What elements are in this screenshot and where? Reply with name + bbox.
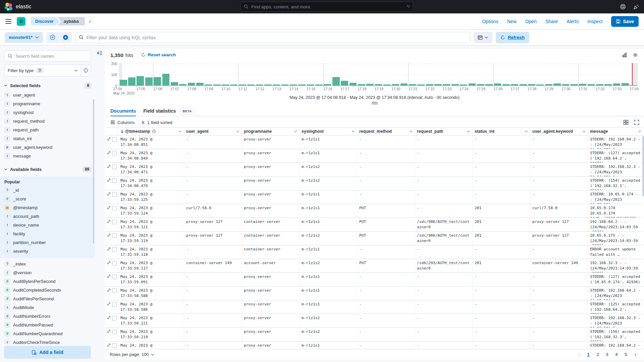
field-item-AuditNumberPassed[interactable]: #AuditNumberPassed — [0, 320, 95, 329]
elastic-brand[interactable]: elastic — [0, 3, 87, 11]
expand-row-icon[interactable] — [107, 165, 111, 168]
row-checkbox[interactable] — [112, 206, 117, 210]
breadcrumb-saved-search[interactable]: aybaba — [58, 17, 85, 25]
column-header-programname[interactable]: programname — [242, 128, 300, 135]
field-item-_score[interactable]: #_score — [0, 194, 95, 203]
histogram-bar[interactable] — [145, 77, 153, 85]
field-item-severity[interactable]: tseverity — [0, 247, 95, 255]
expand-row-icon[interactable] — [107, 151, 111, 155]
menu-link-inspect[interactable]: Inspect — [587, 19, 602, 24]
space-badge[interactable]: D — [17, 17, 25, 26]
chevron-down-icon[interactable] — [525, 130, 528, 132]
chevron-down-icon[interactable] — [467, 130, 470, 132]
field-item-_id[interactable]: ?_id — [0, 186, 95, 194]
expand-row-icon[interactable] — [107, 288, 111, 292]
expand-row-icon[interactable] — [107, 247, 111, 251]
tab-documents[interactable]: Documents — [110, 106, 136, 116]
next-page-button[interactable]: › — [631, 351, 639, 359]
field-item-_index[interactable]: ?_index — [0, 259, 95, 268]
column-header-message[interactable]: message — [588, 128, 643, 135]
page-button-2[interactable]: 2 — [594, 351, 602, 359]
column-header-user_agent[interactable]: user_agent — [184, 128, 242, 135]
histogram-bar[interactable] — [120, 80, 127, 85]
column-header-request_method[interactable]: request_method — [357, 128, 415, 135]
histogram-bar[interactable] — [622, 83, 629, 85]
available-fields-header[interactable]: Available fields 89 — [0, 163, 95, 174]
kql-query-input[interactable]: Filter your data using KQL syntax — [75, 32, 470, 43]
resize-handle[interactable] — [372, 102, 378, 104]
chevron-down-icon[interactable] — [178, 130, 182, 132]
histogram-bar[interactable] — [162, 74, 170, 85]
column-header-@timestamp[interactable]: @timestamp — [118, 128, 184, 135]
field-item-status_int[interactable]: tstatus_int — [0, 134, 95, 143]
field-item-sysloghost[interactable]: tsysloghost — [0, 108, 95, 117]
histogram-bar[interactable] — [154, 77, 161, 85]
page-button-5[interactable]: 5 — [622, 351, 630, 359]
histogram-bar[interactable] — [350, 83, 357, 85]
page-button-1[interactable]: 1 — [584, 351, 592, 359]
tab-field-statistics[interactable]: Field statistics — [143, 106, 176, 116]
reset-search-link[interactable]: Reset search — [141, 52, 176, 57]
field-item-@timestamp[interactable]: ▦@timestamp — [0, 203, 95, 212]
refresh-button[interactable]: Refresh — [496, 32, 529, 43]
breadcrumb-discover[interactable]: Discover — [31, 17, 60, 25]
help-icon[interactable] — [620, 4, 626, 10]
histogram-bar[interactable] — [196, 83, 204, 85]
expand-row-icon[interactable] — [107, 233, 111, 237]
expand-row-icon[interactable] — [107, 137, 111, 141]
field-item-user_agent[interactable]: tuser_agent — [0, 90, 95, 99]
add-filter-icon[interactable] — [59, 32, 72, 43]
histogram-bar[interactable] — [137, 76, 144, 85]
field-item-AuditNumberErrors[interactable]: #AuditNumberErrors — [0, 312, 95, 320]
field-item-AuditBytesPerSecond[interactable]: #AuditBytesPerSecond — [0, 277, 95, 286]
row-checkbox[interactable] — [112, 220, 117, 224]
data-view-picker[interactable]: monster01* — [5, 32, 43, 43]
row-checkbox[interactable] — [112, 316, 117, 320]
expand-row-icon[interactable] — [107, 316, 111, 319]
row-checkbox[interactable] — [112, 302, 117, 307]
table-scrollbar[interactable] — [642, 136, 644, 196]
menu-link-open[interactable]: Open — [525, 19, 537, 24]
field-item-partition_number[interactable]: tpartition_number — [0, 238, 95, 247]
histogram-bar[interactable] — [128, 77, 136, 85]
field-types-info-icon[interactable] — [80, 65, 91, 76]
page-button-3[interactable]: 3 — [603, 351, 611, 359]
column-header-user_agent.keyword[interactable]: user_agent.keyword — [530, 128, 588, 135]
page-button-4[interactable]: 4 — [612, 351, 621, 359]
gear-icon[interactable] — [633, 52, 638, 58]
chevron-down-icon[interactable] — [638, 130, 641, 132]
field-item-user_agent.keyword[interactable]: kuser_agent.keyword — [0, 143, 95, 152]
chart-options-icon[interactable] — [622, 52, 627, 58]
collapse-sidebar-icon[interactable] — [97, 50, 102, 56]
global-search-input[interactable]: Find apps, content, and more. ^/ — [240, 2, 413, 12]
filter-by-type-select[interactable]: Filter by type 0 — [4, 64, 91, 76]
menu-link-share[interactable]: Share — [545, 19, 558, 24]
expand-row-icon[interactable] — [107, 261, 111, 264]
field-item-account_path[interactable]: taccount_path — [0, 212, 95, 221]
previous-page-button[interactable]: ‹ — [575, 351, 583, 359]
expand-row-icon[interactable] — [107, 192, 111, 196]
chevron-down-icon[interactable] — [352, 130, 355, 132]
chevron-down-icon[interactable] — [582, 130, 586, 132]
field-item-request_method[interactable]: trequest_method — [0, 117, 95, 125]
field-item-AuditCompletedSeconds[interactable]: #AuditCompletedSeconds — [0, 286, 95, 294]
field-item-programname[interactable]: tprogramname — [0, 99, 95, 108]
histogram-bar[interactable] — [341, 81, 348, 85]
chevron-down-icon[interactable] — [236, 130, 239, 132]
row-checkbox[interactable] — [112, 261, 117, 265]
fullscreen-icon[interactable] — [634, 120, 639, 125]
menu-icon[interactable] — [5, 19, 11, 24]
row-checkbox[interactable] — [112, 247, 117, 252]
histogram-bar[interactable] — [171, 82, 178, 85]
rows-per-page-button[interactable]: Rows per page: 100 — [110, 352, 154, 357]
chevron-down-icon[interactable] — [294, 130, 297, 132]
expand-row-icon[interactable] — [107, 329, 111, 333]
column-header-status_int[interactable]: status_int — [473, 128, 530, 135]
field-item-AuditNumberQuarantined[interactable]: #AuditNumberQuarantined — [0, 329, 95, 338]
selected-fields-header[interactable]: Selected fields 8 — [0, 79, 95, 90]
field-item-AuditMode[interactable]: tAuditMode — [0, 303, 95, 312]
expand-row-icon[interactable] — [107, 178, 111, 182]
histogram-bar[interactable] — [332, 77, 340, 85]
row-checkbox[interactable] — [112, 137, 117, 142]
menu-link-new[interactable]: New — [507, 19, 517, 24]
